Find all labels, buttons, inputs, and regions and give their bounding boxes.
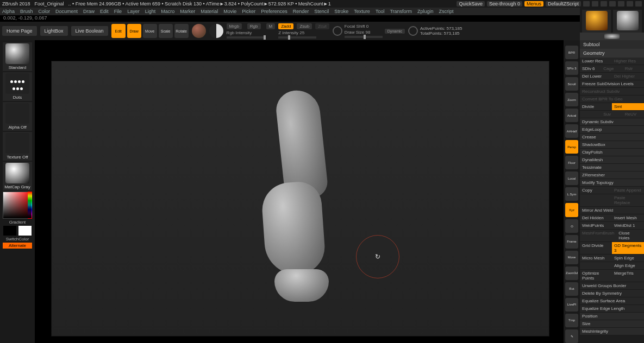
symmetry-toggle[interactable] <box>209 24 223 38</box>
seethrough-slider[interactable]: See-through 0 <box>487 1 522 7</box>
prop-meshfrombrush[interactable]: MeshFromBrush <box>580 230 616 242</box>
menu-tool[interactable]: Tool <box>376 9 385 14</box>
win-icon[interactable] <box>627 1 633 7</box>
prop-lower-res[interactable]: Lower Res <box>580 58 612 65</box>
prop-unweld-groups-border[interactable]: Unweld Groups Border <box>580 282 644 290</box>
shelf-spix3[interactable]: SPix 3 <box>565 61 578 75</box>
prop-dynamesh[interactable]: DynaMesh <box>580 156 644 164</box>
stroke-slot[interactable]: Dots <box>3 72 32 101</box>
shelf-[interactable]: ✎ <box>565 329 578 343</box>
color-swatches[interactable] <box>3 226 32 236</box>
prop-optimize-points[interactable]: Optimize Points <box>580 270 612 282</box>
menu-light[interactable]: Light <box>145 9 156 14</box>
menu-file[interactable]: File <box>114 9 122 14</box>
prop-micro-mesh[interactable]: Micro Mesh <box>580 255 612 262</box>
rgb-chip[interactable]: Rgb <box>247 23 261 29</box>
alternate-button[interactable]: Alternate <box>3 243 32 249</box>
menu-material[interactable]: Material <box>201 9 218 14</box>
prop-del-lower[interactable]: Del Lower <box>580 73 612 80</box>
material-slot[interactable]: MatCap Gray <box>3 162 32 190</box>
prop-equalize-edge-length[interactable]: Equalize Edge Length <box>580 305 644 313</box>
subtool-header[interactable]: Subtool <box>580 40 644 49</box>
menus-button[interactable]: Menus <box>524 1 543 7</box>
drawsize-slider[interactable] <box>345 36 383 38</box>
liveboolean-button[interactable]: Live Boolean <box>71 26 108 36</box>
prop-smt[interactable]: Smt <box>612 103 644 111</box>
prop-cage[interactable]: Cage <box>601 65 622 73</box>
move-tool[interactable]: Move <box>143 24 157 38</box>
homepage-button[interactable]: Home Page <box>2 26 37 36</box>
shelf-zoom3d[interactable]: Zoom3d <box>565 266 578 280</box>
shelf-frame[interactable]: Frame <box>565 235 578 249</box>
prop-modify-topology[interactable]: Modify Topology <box>580 179 644 187</box>
shelf-lsym[interactable]: L.Sym <box>565 187 578 201</box>
prop-reconstruct-subdiv[interactable]: Reconstruct Subdiv <box>580 88 644 96</box>
menu-movie[interactable]: Movie <box>223 9 236 14</box>
prop-mirror-and-weld[interactable]: Mirror And Weld <box>580 207 644 214</box>
lightbox-button[interactable]: LightBox <box>40 26 68 36</box>
z-intensity-slider[interactable] <box>278 36 316 39</box>
shelf-floor[interactable]: Floor <box>565 156 578 169</box>
prop-mergetris[interactable]: MergeTris <box>612 270 644 282</box>
prop-copy[interactable]: Copy <box>580 187 612 194</box>
win-icon[interactable] <box>609 1 616 7</box>
prop-claypolish[interactable]: ClayPolish <box>580 149 644 156</box>
texture-slot[interactable]: Texture Off <box>3 132 32 161</box>
viewport[interactable] <box>51 61 549 336</box>
menu-transform[interactable]: Transform <box>390 9 412 14</box>
menu-picker[interactable]: Picker <box>242 9 255 14</box>
shelf-livepl[interactable]: LivePl <box>565 298 578 312</box>
menu-stencil[interactable]: Stencil <box>314 9 329 14</box>
prop-divide[interactable]: Divide <box>580 103 612 111</box>
shelf-[interactable]: ⊙ <box>565 219 578 233</box>
menu-marker[interactable]: Marker <box>180 9 195 14</box>
prop-gd-segments-3[interactable]: GD Segments 3 <box>612 242 644 255</box>
prop-position[interactable]: Position <box>580 313 644 320</box>
prop-meshintegrity[interactable]: MeshIntegrity <box>580 328 644 335</box>
menu-stroke[interactable]: Stroke <box>334 9 348 14</box>
menu-brush[interactable]: Brush <box>20 9 33 14</box>
shelf-rot[interactable]: Rot <box>565 282 578 296</box>
prop-empty[interactable] <box>580 194 612 207</box>
shelf-tmp[interactable]: Tmp <box>565 314 578 327</box>
prop-empty[interactable] <box>580 111 601 118</box>
prop-sdiv-6[interactable]: SDiv 6 <box>580 65 601 73</box>
zadd-chip[interactable]: Zadd <box>278 23 293 29</box>
win-icon[interactable] <box>618 1 624 7</box>
prop-zremesher[interactable]: ZRemesher <box>580 172 644 179</box>
menu-texture[interactable]: Texture <box>354 9 370 14</box>
prop-weldpoints[interactable]: WeldPoints <box>580 222 612 230</box>
dynamic-chip[interactable]: Dynamic <box>385 29 405 34</box>
shelf-zoom[interactable]: Zoom <box>565 93 578 106</box>
menu-draw[interactable]: Draw <box>83 9 95 14</box>
rotate-tool[interactable]: Rotate <box>174 24 189 38</box>
menu-preferences[interactable]: Preferences <box>261 9 287 14</box>
prop-convert-bpr-to-geo[interactable]: Convert BPR To Geo <box>580 96 644 103</box>
prop-rstr[interactable]: Rstr <box>623 65 644 73</box>
menu-zscript[interactable]: Zscript <box>439 9 454 14</box>
shelf-local[interactable]: Local <box>565 172 578 185</box>
defaultzscript-button[interactable]: DefaultZScript <box>546 1 581 7</box>
geometry-header[interactable]: Geometry <box>580 49 644 58</box>
draw-tool[interactable]: Draw <box>127 24 141 38</box>
prop-close-holes[interactable]: Close Holes <box>616 230 644 242</box>
zsub-chip[interactable]: Zsub <box>297 23 312 29</box>
prop-spin-edge[interactable]: Spin Edge <box>612 255 644 262</box>
prop-welddist-1[interactable]: WeldDist 1 <box>612 222 644 230</box>
shelf-bpr[interactable]: BPR <box>565 46 578 59</box>
menu-layer[interactable]: Layer <box>127 9 140 14</box>
menu-color[interactable]: Color <box>39 9 51 14</box>
gradient-label[interactable]: Gradient <box>9 220 26 225</box>
brush-slot[interactable]: Standard <box>3 42 32 71</box>
prop-del-hidden[interactable]: Del Hidden <box>580 214 612 222</box>
prop-equalize-surface-area[interactable]: Equalize Surface Area <box>580 297 644 305</box>
prop-paste-replace[interactable]: Paste Replace <box>612 194 644 207</box>
prop-dynamic-subdiv[interactable]: Dynamic Subdiv <box>580 118 644 126</box>
alpha-slot[interactable]: Alpha Off <box>3 102 32 131</box>
prop-del-higher[interactable]: Del Higher <box>612 73 644 80</box>
focal-gauge[interactable] <box>333 26 342 36</box>
prop-insert-mesh[interactable]: Insert Mesh <box>612 214 644 222</box>
prop-delete-by-symmetry[interactable]: Delete By Symmetry <box>580 290 644 297</box>
prop-empty[interactable] <box>580 262 612 270</box>
menu-zplugin[interactable]: Zplugin <box>417 9 434 14</box>
